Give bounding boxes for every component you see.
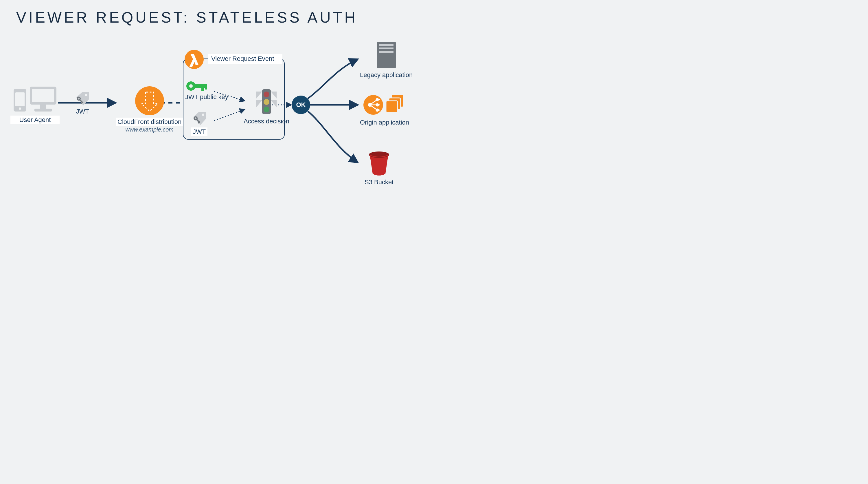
legacy-app-node: Legacy application [360,40,412,79]
bucket-icon [368,151,391,177]
svg-rect-22 [202,84,204,91]
svg-rect-49 [386,101,398,112]
origin-app-label: Origin application [360,119,409,126]
origin-app-icon [363,93,406,117]
svg-rect-12 [34,109,52,112]
svg-point-29 [264,91,269,97]
user-agent-label: User Agent [10,116,60,124]
jwt-1-label: JWT [76,108,89,115]
svg-rect-10 [32,89,54,102]
cloudfront-node: CloudFront distribution www.example.com [116,86,183,133]
jwt-tag-1: JWT [75,91,90,115]
cloudfront-label: CloudFront distribution [116,118,183,126]
jwt-2-label: JWT [191,127,208,136]
legacy-app-label: Legacy application [360,71,412,79]
svg-rect-21 [194,84,206,88]
user-agent-node: User Agent [10,85,60,124]
svg-rect-11 [40,105,46,109]
tag-icon [191,111,207,127]
svg-rect-35 [379,51,394,53]
svg-rect-23 [205,84,207,89]
server-icon [375,40,398,69]
user-agent-icon [12,85,58,114]
svg-rect-7 [16,92,25,106]
s3-bucket-label: S3 Bucket [365,178,394,186]
access-decision-node: Access decision [244,87,289,125]
jwt-tag-2: JWT [191,111,208,136]
cloudfront-domain: www.example.com [125,126,174,133]
page-title: VIEWER REQUEST: STATELESS AUTH [16,9,358,26]
svg-point-8 [19,108,21,110]
svg-rect-33 [379,44,394,46]
svg-point-13 [85,94,87,96]
traffic-light-icon [253,87,279,116]
ok-badge: OK [292,95,310,114]
origin-app-node: Origin application [360,93,409,126]
svg-point-31 [264,107,269,112]
svg-rect-34 [379,48,394,49]
tag-icon [75,91,90,107]
public-key-label: JWT public key [185,93,228,101]
ok-badge-node: OK [292,95,310,114]
key-icon [185,79,208,93]
public-key-node: JWT public key [185,79,228,101]
lambda-node [184,49,204,69]
svg-point-17 [135,86,164,115]
svg-point-20 [189,84,193,88]
svg-point-30 [264,99,269,105]
svg-point-24 [202,114,204,116]
lambda-icon [184,49,204,69]
cloudfront-icon [134,86,165,116]
event-box-label: Viewer Request Event [208,54,282,64]
s3-bucket-node: S3 Bucket [365,151,394,186]
access-decision-label: Access decision [244,118,289,125]
